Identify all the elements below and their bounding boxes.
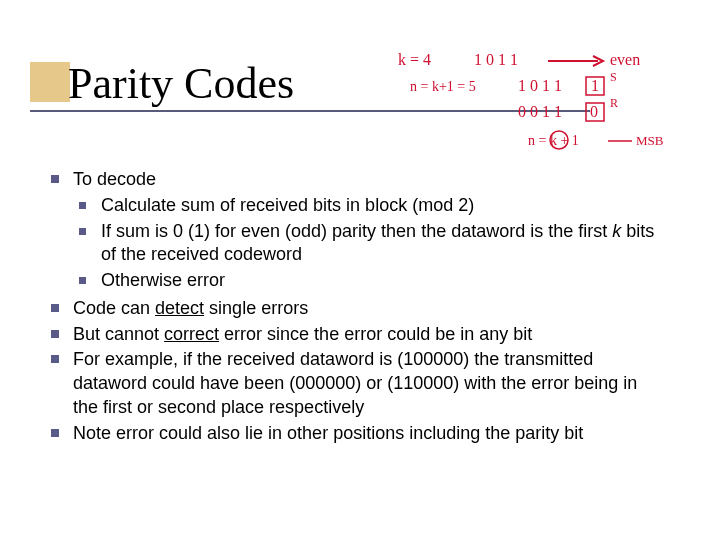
sub-bullet-text: Otherwise error	[101, 270, 225, 290]
slide-title-block: Parity Codes	[30, 62, 590, 112]
slide-title: Parity Codes	[30, 62, 590, 106]
sub-bullet-text: If sum is 0 (1) for even (odd) parity th…	[101, 221, 654, 265]
bullet-square-icon	[79, 202, 86, 209]
bullet-square-icon	[51, 429, 59, 437]
anno-arrowhead	[593, 56, 603, 66]
bullet-item: To decodeCalculate sum of received bits …	[45, 168, 665, 293]
bullet-square-icon	[51, 355, 59, 363]
bullet-square-icon	[51, 330, 59, 338]
bullet-square-icon	[51, 304, 59, 312]
anno-box-r-val: 0	[590, 103, 598, 120]
bullet-item: Code can detect single errors	[45, 297, 665, 321]
bullet-item: But cannot correct error since the error…	[45, 323, 665, 347]
anno-even: even	[610, 51, 640, 68]
anno-circle	[550, 131, 568, 149]
anno-sup-r: R	[610, 96, 618, 110]
bullet-text: Note error could also lie in other posit…	[73, 423, 583, 443]
anno-n2: n = k + 1	[528, 133, 579, 148]
anno-msb: MSB	[636, 133, 664, 148]
sub-bullet-item: If sum is 0 (1) for even (odd) parity th…	[73, 220, 665, 268]
bullet-square-icon	[79, 228, 86, 235]
bullet-text: But cannot correct error since the error…	[73, 324, 532, 344]
bullet-list: To decodeCalculate sum of received bits …	[45, 168, 665, 445]
sub-bullet-list: Calculate sum of received bits in block …	[73, 194, 665, 293]
bullet-item: Note error could also lie in other posit…	[45, 422, 665, 446]
bullet-text: Code can detect single errors	[73, 298, 308, 318]
bullet-text: To decode	[73, 169, 156, 189]
title-underline	[30, 110, 590, 112]
bullet-text: For example, if the received dataword is…	[73, 349, 637, 417]
bullet-item: For example, if the received dataword is…	[45, 348, 665, 419]
bullet-square-icon	[51, 175, 59, 183]
bullet-square-icon	[79, 277, 86, 284]
sub-bullet-item: Calculate sum of received bits in block …	[73, 194, 665, 218]
sub-bullet-item: Otherwise error	[73, 269, 665, 293]
slide-body: To decodeCalculate sum of received bits …	[45, 168, 665, 447]
sub-bullet-text: Calculate sum of received bits in block …	[101, 195, 474, 215]
anno-sup-s: S	[610, 70, 617, 84]
anno-box-s-val: 1	[591, 77, 599, 94]
